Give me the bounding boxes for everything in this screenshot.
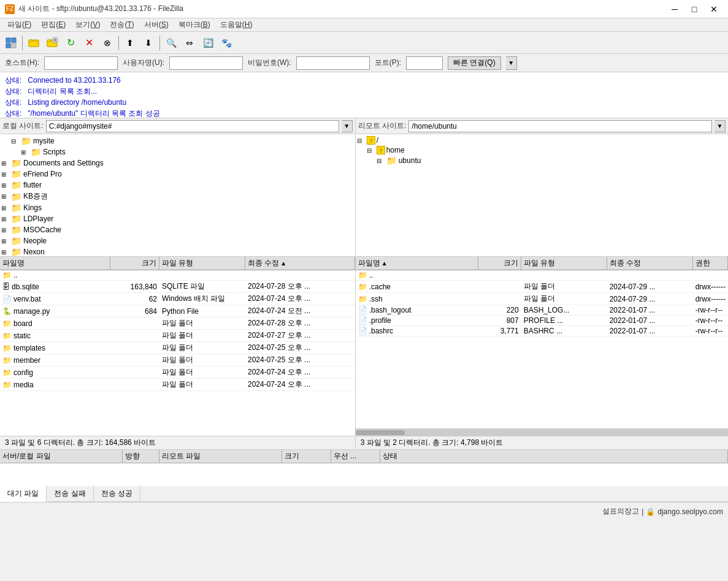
- local-file-row[interactable]: 📁media 파일 폴더 2024-07-24 오후 ...: [0, 379, 355, 391]
- site-manager-button[interactable]: [2, 34, 20, 51]
- local-file-row[interactable]: 📁templates 파일 폴더 2024-07-25 오후 ...: [0, 342, 355, 354]
- local-file-row[interactable]: 🐍manage.py 684 Python File 2024-07-24 오전…: [0, 305, 355, 317]
- tree-item[interactable]: ⊞ 📁 Documents and Settings: [1, 158, 354, 169]
- remote-tree[interactable]: ⊟ ? / ⊟ ? home ⊟ 📁 ubuntu: [356, 134, 728, 257]
- expand-icon[interactable]: ⊟: [377, 158, 386, 164]
- sync-button[interactable]: 🔄: [199, 34, 216, 51]
- cancel-button[interactable]: ✕: [80, 34, 98, 51]
- expand-icon[interactable]: ⊞: [1, 216, 11, 222]
- remote-scrollbar[interactable]: [356, 428, 728, 436]
- remote-type-col-header[interactable]: 파일 유형: [521, 257, 607, 270]
- local-file-name: 📁media: [0, 380, 110, 390]
- menu-help[interactable]: 도움말(H): [215, 18, 258, 31]
- tree-item[interactable]: ⊞ 📁 MSOCache: [1, 224, 354, 235]
- local-file-type: [159, 275, 245, 276]
- local-path-dropdown[interactable]: ▼: [342, 120, 353, 132]
- menu-file[interactable]: 파일(F): [2, 18, 36, 31]
- tree-item[interactable]: ⊟ 📁 mysite: [1, 135, 354, 146]
- menu-view[interactable]: 보기(V): [71, 18, 105, 31]
- pass-input[interactable]: [296, 56, 370, 70]
- local-file-type: Python File: [159, 306, 245, 316]
- port-label: 포트(P):: [375, 58, 401, 68]
- user-input[interactable]: [169, 56, 243, 70]
- tab-success[interactable]: 전송 성공: [94, 486, 140, 501]
- tree-item[interactable]: ⊞ 📁 LDPlayer: [1, 213, 354, 224]
- local-name-col-header[interactable]: 파일명: [0, 257, 110, 270]
- expand-icon[interactable]: ⊟: [367, 147, 377, 154]
- compare-button[interactable]: ⇔: [181, 34, 198, 51]
- menu-transfer[interactable]: 전송(T): [105, 18, 139, 31]
- port-input[interactable]: [406, 56, 443, 70]
- search-button[interactable]: 🔍: [163, 34, 180, 51]
- remote-perm-col-header[interactable]: 권한: [693, 257, 728, 270]
- expand-icon[interactable]: ⊞: [1, 193, 11, 200]
- tree-item[interactable]: ⊞ 📁 Kings: [1, 202, 354, 213]
- remote-file-name: 📄.bash_logout: [356, 305, 478, 315]
- quick-connect-button[interactable]: 빠른 연결(Q): [448, 56, 501, 70]
- expand-icon[interactable]: ⊞: [1, 227, 11, 234]
- tab-queue[interactable]: 대기 파일: [0, 486, 47, 502]
- toolbar-separator-1: [22, 36, 23, 50]
- quick-connect-dropdown[interactable]: ▼: [506, 56, 517, 70]
- remote-file-row[interactable]: 📄.bash_logout 220 BASH_LOG... 2022-01-07…: [356, 305, 728, 316]
- tree-item[interactable]: ⊞ 📁 Nexon: [1, 246, 354, 257]
- minimize-button[interactable]: ─: [665, 3, 684, 15]
- remote-file-row[interactable]: 📁.ssh 파일 폴더 2024-07-29 ... drwx------: [356, 293, 728, 305]
- tree-item[interactable]: ⊟ ? home: [357, 145, 727, 155]
- refresh-button[interactable]: ↻: [62, 34, 79, 51]
- tree-item[interactable]: ⊟ ? /: [357, 135, 727, 145]
- local-date-col-header[interactable]: 최종 수정▲: [245, 257, 355, 270]
- upload-button[interactable]: ⬆: [121, 34, 139, 51]
- local-file-row[interactable]: 🗄db.sqlite 163,840 SQLITE 파일 2024-07-28 …: [0, 281, 355, 293]
- remote-path-dropdown[interactable]: ▼: [715, 120, 726, 132]
- local-file-row[interactable]: 📄venv.bat 62 Windows 배치 파일 2024-07-24 오후…: [0, 293, 355, 305]
- local-file-size: [110, 360, 159, 361]
- remote-name-col-header[interactable]: 파일명▲: [356, 257, 478, 270]
- host-input[interactable]: [44, 56, 118, 70]
- remote-file-row[interactable]: 📄.bashrc 3,771 BASHRC ... 2022-01-07 ...…: [356, 326, 728, 336]
- expand-icon[interactable]: ⊞: [1, 160, 11, 167]
- tree-item[interactable]: ⊟ 📁 ubuntu: [357, 155, 727, 166]
- expand-icon[interactable]: ⊞: [1, 205, 11, 211]
- menu-bookmark[interactable]: 북마크(B): [174, 18, 215, 31]
- expand-icon[interactable]: ⊞: [1, 249, 11, 256]
- local-path-input[interactable]: [46, 120, 339, 132]
- close-button[interactable]: ✕: [705, 3, 723, 15]
- tree-item[interactable]: ⊞ 📁 Scripts: [1, 146, 354, 158]
- menu-server[interactable]: 서버(S): [139, 18, 174, 31]
- tree-item[interactable]: ⊞ 📁 flutter: [1, 180, 354, 191]
- remote-file-list[interactable]: 파일명▲ 크기 파일 유형 최종 수정 권한 📁.. 📁.cache 파일 폴더…: [356, 257, 728, 428]
- local-file-list[interactable]: 파일명 크기 파일 유형 최종 수정▲ 📁.. 🗄db.sqlite 163,8…: [0, 257, 355, 436]
- local-file-row[interactable]: 📁member 파일 폴더 2024-07-25 오후 ...: [0, 354, 355, 366]
- expand-icon[interactable]: ⊟: [11, 138, 21, 145]
- tree-item[interactable]: ⊞ 📁 KB증권: [1, 191, 354, 202]
- tab-failed[interactable]: 전송 실패: [47, 486, 93, 501]
- local-file-row[interactable]: 📁static 파일 폴더 2024-07-27 오후 ...: [0, 330, 355, 342]
- remote-path-input[interactable]: [408, 120, 712, 132]
- tree-item[interactable]: ⊞ 📁 eFriend Pro: [1, 169, 354, 180]
- remote-file-row[interactable]: 📁.cache 파일 폴더 2024-07-29 ... drwx------: [356, 281, 728, 293]
- local-file-row[interactable]: 📁config 파일 폴더 2024-07-24 오후 ...: [0, 366, 355, 379]
- local-tree[interactable]: ⊟ 📁 mysite ⊞ 📁 Scripts ⊞ 📁 Documents and…: [0, 134, 355, 257]
- remote-file-row[interactable]: 📄.profile 807 PROFILE ... 2022-01-07 ...…: [356, 316, 728, 326]
- disconnect-button[interactable]: ⊗: [99, 34, 116, 51]
- remote-size-col-header[interactable]: 크기: [478, 257, 521, 270]
- local-type-col-header[interactable]: 파일 유형: [159, 257, 245, 270]
- menu-edit[interactable]: 편집(E): [36, 18, 71, 31]
- expand-icon[interactable]: ⊞: [1, 238, 11, 245]
- local-file-row-up[interactable]: 📁..: [0, 270, 355, 281]
- local-file-row[interactable]: 📁board 파일 폴더 2024-07-28 오후 ...: [0, 317, 355, 330]
- tree-item[interactable]: ⊞ 📁 Neople: [1, 235, 354, 246]
- expand-icon[interactable]: ⊞: [1, 182, 11, 189]
- local-size-col-header[interactable]: 크기: [110, 257, 159, 270]
- expand-icon[interactable]: ⊞: [21, 149, 31, 156]
- download-button[interactable]: ⬇: [140, 34, 157, 51]
- remote-date-col-header[interactable]: 최종 수정: [607, 257, 693, 270]
- expand-icon[interactable]: ⊞: [1, 171, 11, 178]
- find-files-button[interactable]: 🐾: [218, 34, 235, 51]
- expand-icon[interactable]: ⊟: [357, 137, 367, 144]
- remote-dir-button[interactable]: R: [44, 34, 61, 51]
- remote-file-row-up[interactable]: 📁..: [356, 270, 728, 281]
- local-dir-button[interactable]: [25, 34, 42, 51]
- maximize-button[interactable]: □: [685, 3, 703, 15]
